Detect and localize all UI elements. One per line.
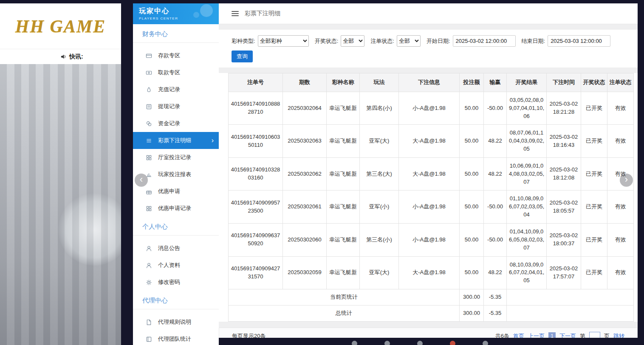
sidebar-item-recharge-records[interactable]: 充值记录 (133, 81, 219, 98)
sidebar-item-deposit-zone[interactable]: 存款专区 (133, 47, 219, 64)
query-button[interactable]: 查询 (232, 50, 253, 62)
cell-bet-status: 有效 (607, 92, 634, 125)
cell-bet-status: 有效 (607, 256, 634, 289)
sidebar-item-change-password[interactable]: 修改密码 (133, 274, 219, 291)
pagination-bar: 每页显示20条 共6条 首页 上一页 1 下一页 第 页 跳转 (219, 328, 638, 338)
table-header-row: 注单号期数彩种名称玩法下注信息投注额输赢开奖结果下注时间开奖状态注单状态 (229, 73, 634, 92)
sidebar-item-profile[interactable]: 个人资料 (133, 257, 219, 274)
table-body: 40156917409108882871020250302064幸运飞艇新第四名… (229, 92, 634, 321)
draw-status-filter: 开奖状态: 全部 (315, 35, 365, 47)
sidebar-item-label: 提现记录 (158, 103, 180, 110)
cell-period: 20250302063 (283, 125, 327, 158)
summary-bet-amount: 300.00 (460, 305, 484, 321)
cell-lottery-name: 幸运飞艇新 (327, 223, 360, 256)
sidebar-item-agent-rules[interactable]: 代理规则说明 (133, 314, 219, 331)
column-header-period: 期数 (283, 73, 327, 92)
cell-play-type: 亚军(大) (360, 256, 399, 289)
sidebar-item-label: 个人资料 (158, 261, 180, 269)
sidebar-item-label: 存款专区 (158, 52, 180, 59)
sidebar-section-items: 代理规则说明代理团队统计 (133, 309, 219, 345)
bet-list-icon (146, 137, 152, 144)
footer-icon (352, 341, 357, 345)
cell-bet-id: 401569174091060350110 (229, 125, 283, 158)
cell-win-loss: 48.22 (484, 157, 507, 191)
column-header-bet-amount: 投注额 (460, 73, 484, 92)
cell-bet-info: 大-A盘@1.98 (399, 157, 460, 191)
first-page-link[interactable]: 首页 (513, 332, 524, 338)
sidebar-menu: 财务中心存款专区取款专区充值记录提现记录资金记录彩票下注明细›厅室投注记录玩家投… (133, 30, 219, 345)
sidebar-item-fund-records[interactable]: 资金记录 (133, 115, 219, 132)
summary-empty (507, 289, 634, 306)
carousel-next-button[interactable] (620, 174, 633, 187)
page: HH GAME 快讯: 玩家中心 PLAYERS CENTER 财务中心存款专区… (0, 0, 644, 345)
sidebar-item-promo-apply-records[interactable]: 优惠申请记录 (133, 200, 219, 217)
table-row: 40156917409094273157020250302059幸运飞艇新亚军(… (229, 256, 634, 289)
jump-link[interactable]: 跳转 (613, 332, 624, 338)
cell-period: 20250302061 (283, 191, 327, 224)
logo: HH GAME (0, 3, 121, 49)
column-header-draw-status: 开奖状态 (581, 73, 607, 92)
prev-page-link[interactable]: 上一页 (528, 332, 545, 338)
cell-play-type: 第三名(大) (360, 157, 399, 191)
carousel-prev-button[interactable] (135, 174, 148, 187)
cell-bet-info: 小-A盘@1.98 (399, 92, 460, 125)
cell-bet-id: 401569174090963750920 (229, 223, 283, 256)
cell-bet-id: 401569174090995723500 (229, 191, 283, 224)
cell-bet-id: 401569174091032803160 (229, 157, 283, 191)
main-topbar: 彩票下注明细 (219, 3, 638, 24)
column-header-bet-info: 下注信息 (399, 73, 460, 92)
sidebar-item-lottery-bet-details[interactable]: 彩票下注明细› (133, 132, 219, 149)
sidebar-item-label: 优惠申请 (158, 188, 180, 195)
summary-label: 当前页统计 (229, 289, 460, 306)
page-prefix: 第 (580, 332, 585, 338)
announcement-icon (146, 245, 152, 252)
sidebar-header: 玩家中心 PLAYERS CENTER (133, 3, 219, 24)
sidebar-section-items: 消息公告个人资料修改密码 (133, 236, 219, 291)
logo-text: HH GAME (15, 16, 106, 36)
sidebar-item-agent-team-stats[interactable]: 代理团队统计 (133, 331, 219, 345)
cell-bet-time: 2025-03-02 17:57:07 (547, 256, 581, 289)
cell-bet-info: 大-A盘@1.98 (399, 125, 460, 158)
cell-draw-status: 已开奖 (581, 92, 607, 125)
bubble-decoration (200, 4, 213, 17)
cell-bet-status: 有效 (607, 191, 634, 224)
news-label: 快讯: (69, 53, 83, 61)
lottery-type-select[interactable]: 全部彩种 (258, 35, 309, 47)
sidebar-item-messages[interactable]: 消息公告 (133, 240, 219, 257)
cell-bet-time: 2025-03-02 18:21:28 (547, 92, 581, 125)
cell-draw-result: 01,10,08,09,06,07,02,03,05,04 (507, 191, 547, 224)
sidebar-item-hall-bet-records[interactable]: 厅室投注记录 (133, 149, 219, 166)
sidebar-item-promo-apply[interactable]: 优惠申请 (133, 183, 219, 200)
cell-win-loss: 48.22 (484, 125, 507, 158)
draw-status-select[interactable]: 全部 (341, 35, 364, 47)
column-header-bet-time: 下注时间 (547, 73, 581, 92)
table-row: 40156917409103280316020250302062幸运飞艇新第三名… (229, 157, 634, 191)
cell-bet-info: 小-A盘@1.98 (399, 223, 460, 256)
page-jump-input[interactable] (589, 332, 600, 338)
cell-bet-amount: 50.00 (460, 92, 484, 125)
sidebar-section-title: 财务中心 (133, 30, 219, 43)
bank-card-icon (146, 53, 152, 59)
column-header-win-loss: 输赢 (484, 73, 507, 92)
cell-draw-status: 已开奖 (581, 157, 607, 191)
start-date-input[interactable] (453, 35, 516, 47)
recharge-icon (146, 87, 152, 93)
end-date-input[interactable] (548, 35, 610, 47)
sidebar-item-withdraw-records[interactable]: 提现记录 (133, 98, 219, 115)
cell-draw-status: 已开奖 (581, 256, 607, 289)
document-icon (146, 319, 152, 325)
filter-panel: 彩种类型: 全部彩种 开奖状态: 全部 注单状态: 全部 (219, 30, 638, 67)
menu-toggle-icon[interactable] (232, 11, 239, 16)
sidebar-item-label: 玩家投注报表 (158, 171, 191, 178)
bet-status-select[interactable]: 全部 (397, 35, 421, 47)
current-page[interactable]: 1 (548, 332, 556, 338)
list-grid-icon (146, 205, 152, 212)
table-row: 40156917409099572350020250302061幸运飞艇新亚军(… (229, 191, 634, 224)
cell-win-loss: -50.00 (484, 223, 507, 256)
next-page-link[interactable]: 下一页 (559, 332, 576, 338)
summary-empty (507, 305, 634, 321)
sidebar-item-label: 充值记录 (158, 86, 180, 93)
sidebar-item-withdraw-zone[interactable]: 取款专区 (133, 64, 219, 81)
end-date-filter: 结束日期: (522, 35, 611, 47)
page-title: 彩票下注明细 (245, 10, 280, 17)
